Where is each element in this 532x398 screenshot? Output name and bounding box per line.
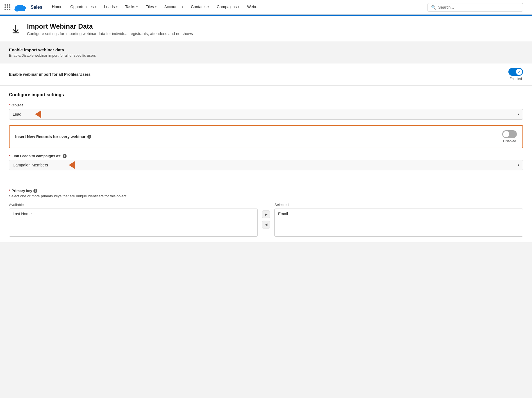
enable-section: Enable import webinar data Enable/Disabl… (0, 42, 532, 63)
chevron-down-icon: ▾ (95, 5, 96, 8)
primary-key-title: * Primary key i (9, 189, 523, 193)
chevron-down-icon: ▾ (155, 5, 156, 8)
toggle-knob (503, 131, 509, 137)
insert-toggle-status: Disabled (503, 139, 516, 143)
nav-webex[interactable]: Webe... (243, 0, 265, 15)
chevron-down-icon: ▾ (238, 5, 239, 8)
enable-section-title: Enable import webinar data (9, 47, 523, 52)
search-bar[interactable]: 🔍 (428, 3, 523, 12)
info-icon[interactable]: i (87, 135, 91, 139)
link-leads-form-group: * Link Leads to campaigns as: i Campaign… (9, 154, 523, 170)
page-subtitle: Configure settings for importing webinar… (27, 31, 193, 36)
link-leads-label: * Link Leads to campaigns as: i (9, 154, 523, 158)
nav-leads[interactable]: Leads ▾ (100, 0, 121, 15)
svg-rect-4 (15, 9, 25, 11)
dual-list: Available Last Name ▶ ◀ Selected Email (9, 203, 523, 237)
chevron-down-icon: ▾ (136, 5, 138, 8)
list-item[interactable]: Last Name (13, 212, 254, 216)
nav-files[interactable]: Files ▾ (142, 0, 160, 15)
insert-new-records-toggle[interactable] (502, 130, 517, 138)
page-icon (9, 22, 22, 36)
primary-key-section: * Primary key i Select one or more prima… (0, 183, 532, 242)
arrow-indicator-2 (69, 161, 75, 169)
link-leads-select[interactable]: Campaign Members Campaign Leads (9, 160, 523, 170)
info-icon[interactable]: i (33, 189, 37, 193)
chevron-down-icon: ▾ (208, 5, 209, 8)
nav-contacts[interactable]: Contacts ▾ (187, 0, 213, 15)
toggle-label: Enable webinar import for all Profiles/U… (9, 72, 90, 77)
list-item[interactable]: Email (278, 212, 519, 216)
main-content: Import Webinar Data Configure settings f… (0, 16, 532, 242)
nav-accounts[interactable]: Accounts ▾ (160, 0, 187, 15)
chevron-down-icon: ▾ (182, 5, 183, 8)
app-name: Sales (31, 5, 42, 10)
available-panel: Available Last Name (9, 203, 258, 237)
toggle-knob: ✓ (516, 69, 522, 75)
search-input[interactable] (438, 5, 519, 10)
link-leads-select-wrapper: Campaign Members Campaign Leads ▾ (9, 160, 523, 170)
required-star: * (9, 189, 10, 193)
info-icon[interactable]: i (63, 154, 67, 158)
nav-opportunities[interactable]: Opportunities ▾ (66, 0, 100, 15)
required-star: * (9, 154, 10, 158)
page-header: Import Webinar Data Configure settings f… (0, 16, 532, 42)
object-label: * Object (9, 103, 523, 107)
selected-list[interactable]: Email (274, 209, 523, 237)
move-left-button[interactable]: ◀ (262, 221, 270, 228)
move-right-button[interactable]: ▶ (262, 211, 270, 218)
nav-home[interactable]: Home (48, 0, 66, 15)
search-icon: 🔍 (431, 5, 436, 10)
configure-title: Configure import settings (9, 92, 523, 97)
enable-toggle[interactable]: ✓ (508, 68, 523, 76)
insert-new-records-label: Insert New Records for every webinar i (15, 134, 91, 139)
top-bar: Sales Home Opportunities ▾ Leads ▾ Tasks… (0, 0, 532, 15)
enable-toggle-row: Enable webinar import for all Profiles/U… (0, 63, 532, 85)
insert-new-records-row: Insert New Records for every webinar i D… (9, 125, 523, 148)
toggle-right: ✓ Enabled (508, 68, 523, 81)
object-select[interactable]: Lead Contact (9, 109, 523, 119)
object-form-group: * Object Lead Contact ▾ (9, 103, 523, 120)
available-label: Available (9, 203, 258, 207)
main-nav: Home Opportunities ▾ Leads ▾ Tasks ▾ Fil… (48, 0, 428, 15)
salesforce-logo[interactable] (14, 2, 27, 12)
dual-list-arrows: ▶ ◀ (258, 203, 274, 228)
available-list[interactable]: Last Name (9, 209, 258, 237)
grid-icon[interactable] (4, 4, 10, 10)
toggle-status: Enabled (510, 77, 522, 81)
required-star: * (9, 103, 10, 107)
insert-toggle-right: Disabled (502, 130, 517, 143)
page-header-text: Import Webinar Data Configure settings f… (27, 22, 193, 36)
primary-key-subtitle: Select one or more primary keys that are… (9, 194, 523, 198)
configure-section: Configure import settings * Object Lead … (0, 86, 532, 183)
nav-campaigns[interactable]: Campaigns ▾ (213, 0, 243, 15)
selected-panel: Selected Email (274, 203, 523, 237)
object-select-wrapper: Lead Contact ▾ (9, 109, 523, 120)
check-icon: ✓ (518, 70, 520, 74)
selected-label: Selected (274, 203, 523, 207)
nav-tasks[interactable]: Tasks ▾ (121, 0, 142, 15)
chevron-down-icon: ▾ (116, 5, 117, 8)
enable-section-subtitle: Enable/Disable webinar import for all or… (9, 53, 523, 58)
page-title: Import Webinar Data (27, 22, 193, 30)
arrow-indicator (35, 110, 41, 118)
